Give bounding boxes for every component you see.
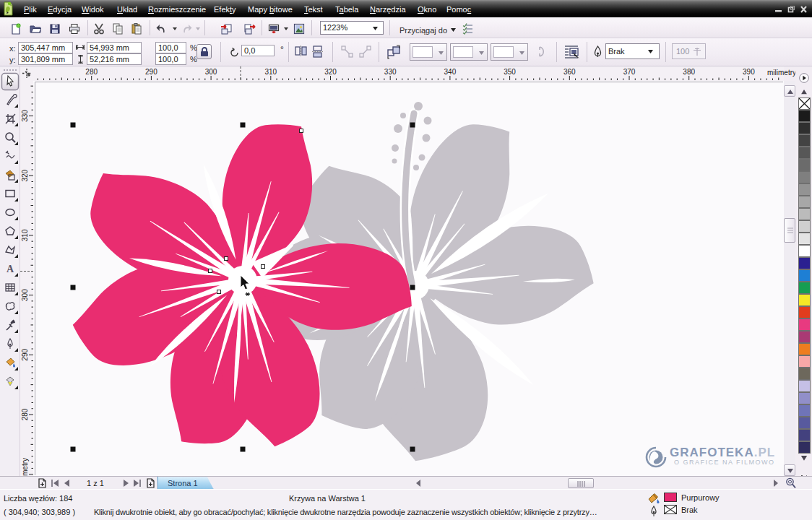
svg-text:290: 290 <box>21 349 29 361</box>
svg-text:310: 310 <box>21 229 29 241</box>
svg-text:280: 280 <box>85 68 98 76</box>
svg-text:390: 390 <box>743 68 755 76</box>
svg-text:380: 380 <box>683 68 695 76</box>
svg-text:330: 330 <box>384 68 397 76</box>
svg-text:280: 280 <box>21 408 29 420</box>
svg-text:320: 320 <box>324 68 337 76</box>
svg-text:290: 290 <box>145 68 157 76</box>
svg-text:320: 320 <box>21 169 29 181</box>
svg-text:330: 330 <box>21 110 29 122</box>
svg-text:340: 340 <box>444 68 457 76</box>
svg-text:370: 370 <box>623 68 636 76</box>
svg-text:A: A <box>7 264 14 274</box>
svg-text:310: 310 <box>264 68 277 76</box>
svg-text:350: 350 <box>504 68 516 76</box>
svg-text:300: 300 <box>205 68 217 76</box>
svg-text:300: 300 <box>21 289 29 301</box>
svg-text:360: 360 <box>563 68 576 76</box>
